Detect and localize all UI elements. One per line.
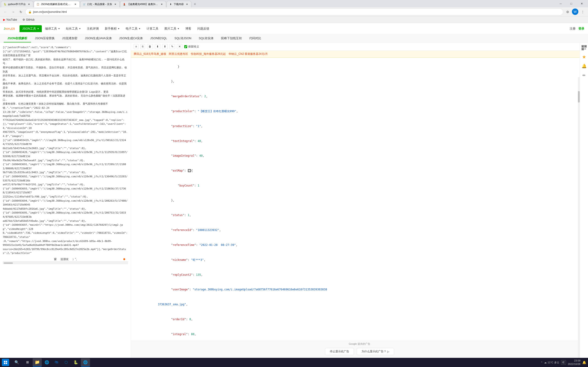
- site-logo[interactable]: J son . cn: [4, 27, 15, 31]
- tab-close-dior[interactable]: ✕: [160, 2, 164, 6]
- nav-electronic-tools[interactable]: 电子工具 ▼: [123, 25, 143, 32]
- json-line-productsize: "productSize": "1",: [135, 119, 294, 134]
- json-line-2: },: [135, 74, 294, 89]
- bookmark-youtube[interactable]: ▶ YouTube: [2, 18, 18, 22]
- nav-image-label: 图片工具: [164, 27, 176, 31]
- tab-json[interactable]: 📋 JSON在线解析及格式化验证 - JS... ✕: [34, 1, 80, 7]
- sec-nav-js-obfuscate[interactable]: JS混淆加密: [58, 34, 81, 42]
- nav-blog[interactable]: 博客: [183, 25, 194, 32]
- nav-feedback[interactable]: 问题反馈: [195, 25, 212, 32]
- toolbar-download-btn[interactable]: ⬇: [155, 44, 160, 49]
- ad-aliyun[interactable]: 阿里云优惠专区: [169, 52, 188, 56]
- tab-close-python[interactable]: ✕: [27, 2, 31, 6]
- toolbar-copy-btn[interactable]: ⎘: [140, 44, 145, 49]
- sec-nav-json-csharp[interactable]: JSON生成C#实体: [115, 34, 147, 42]
- nav-beginner-tutorials[interactable]: 新手教程 ▼: [102, 25, 122, 32]
- ad-huanayun[interactable]: 华纳云_CN2 香港服务器24元/月: [229, 52, 268, 56]
- lock-icon: 🔒: [28, 10, 32, 14]
- nav-json-tools[interactable]: JSON工具 ▼: [19, 25, 42, 32]
- sec-nav-json-sql[interactable]: JSON转SQL: [147, 34, 171, 42]
- site-header: J son . cn JSON工具 ▼ 编译工具 ▼ 站长工具 ▼: [0, 23, 294, 34]
- sec-nav-sql-json[interactable]: SQL转JSON: [171, 34, 195, 42]
- nav-image-tools[interactable]: 图片工具 ▼: [162, 25, 182, 32]
- tab-favicon-jd-search: 🛒: [83, 3, 86, 6]
- back-button[interactable]: ←: [2, 8, 9, 15]
- left-json-content[interactable]: [{"jwotestProduct":null,"score":0,"comme…: [3, 45, 128, 184]
- sec-nav-code-diff[interactable]: 代码对比: [246, 34, 265, 42]
- nav-host-label: 主机评测: [87, 27, 99, 31]
- sec-nav-json-java[interactable]: JSON生成JAVA实体: [81, 34, 115, 42]
- tabs-container: 🐍 python学习平台 ✕ 📋 JSON在线解析及格式化验证 - JS... …: [1, 0, 294, 7]
- nav-beginner-dropdown: ▼: [118, 27, 120, 30]
- refresh-button[interactable]: ↻: [17, 8, 24, 15]
- content-area: J son . cn JSON工具 ▼ 编译工具 ▼ 站长工具 ▼: [0, 23, 294, 184]
- youtube-icon: ▶: [3, 18, 5, 21]
- logo-cn: cn: [11, 27, 15, 31]
- ad-tencent[interactable]: 腾讯云_618元早鸟券_速领: [134, 52, 166, 56]
- json-line-productcolor: "productColor": "【断货王】传奇红唇曙光999",: [135, 104, 294, 119]
- main-layout: [{"jwotestProduct":null,"score":0,"comme…: [0, 43, 294, 184]
- toolbar-format-btn[interactable]: ≡: [134, 44, 138, 49]
- json-toolbar: ≡ ⎘ 🗑 ⬇ ⬆ ✎ ✕ 保留转义: [131, 43, 294, 51]
- address-bar[interactable]: 🔒 json.cn/json/jsononline.html: [25, 8, 294, 15]
- sec-nav-camel-case[interactable]: 驼峰下划线互转: [217, 34, 246, 42]
- ad-hengchuang[interactable]: 恒创科技_海外服务器26元起: [191, 52, 226, 56]
- nav-menu: JSON工具 ▼ 编译工具 ▼ 站长工具 ▼ 主机评测 新手教程 ▼: [19, 25, 212, 32]
- nav-webmaster-label: 站长工具: [66, 27, 78, 31]
- preserve-escape-label: 保留转义: [188, 45, 199, 49]
- tab-jd-search[interactable]: 🛒 口红 - 商品搜索 - 京东 ✕: [80, 1, 120, 7]
- toolbar-edit-btn[interactable]: ✎: [170, 44, 175, 49]
- new-tab-button[interactable]: +: [192, 1, 198, 7]
- nav-compile-tools[interactable]: 编译工具 ▼: [42, 25, 63, 32]
- browser-window: 🐍 python学习平台 ✕ 📋 JSON在线解析及格式化验证 - JS... …: [0, 0, 294, 184]
- tab-title-dior: 【迪奥曙光#999】迪奥Dior口红...: [127, 2, 158, 6]
- tab-close-download[interactable]: ✕: [185, 2, 189, 6]
- toolbar-upload-btn[interactable]: ⬆: [162, 44, 168, 49]
- nav-webmaster-tools[interactable]: 站长工具 ▼: [63, 25, 84, 32]
- nav-blog-label: 博客: [185, 27, 191, 31]
- nav-calc-label: 计算工具: [147, 27, 158, 31]
- sec-nav-sql-entity[interactable]: SQL转实体: [195, 34, 217, 42]
- nav-image-dropdown: ▼: [177, 27, 179, 30]
- nav-electronic-label: 电子工具: [126, 27, 138, 31]
- tab-close-json[interactable]: ✕: [73, 2, 77, 6]
- sec-nav-json-parse[interactable]: JSON在线解析: [4, 34, 31, 42]
- json-line-merge: "mergeOrderStatus": 2,: [135, 89, 294, 104]
- tab-favicon-json: 📋: [36, 3, 40, 6]
- ad-banner: 腾讯云_618元早鸟券_速领 阿里云优惠专区 恒创科技_海外服务器26元起 华纳…: [131, 51, 294, 58]
- nav-calc-tools[interactable]: 计算工具: [144, 25, 161, 32]
- tab-favicon-dior: 💄: [123, 3, 126, 6]
- json-line-imageintegral: "imageIntegral": 40,: [135, 149, 294, 164]
- nav-feedback-label: 问题反馈: [197, 27, 209, 31]
- tab-title-json: JSON在线解析及格式化验证 - JS...: [41, 2, 72, 6]
- tab-dior[interactable]: 💄 【迪奥曙光#999】迪奥Dior口红... ✕: [120, 1, 166, 7]
- bookmark-github[interactable]: ⚙ GitHub: [21, 18, 36, 22]
- youtube-label: YouTube: [6, 18, 17, 21]
- json-content: } }, "mergeOrderStatus": 2, "productColo…: [131, 58, 294, 184]
- tab-title-jd-search: 口红 - 商品搜索 - 京东: [87, 2, 112, 6]
- tab-title-download: 下载内容: [174, 2, 184, 6]
- tab-title-python: python学习平台: [8, 2, 26, 6]
- nav-compile-label: 编译工具: [45, 27, 57, 31]
- nav-bar: ← → ↻ 🔒 json.cn/json/jsononline.html ⚙ W…: [0, 7, 294, 17]
- secondary-nav: JSON在线解析 JSON压缩替换 JS混淆加密 JSON生成JAVA实体 JS…: [0, 34, 294, 43]
- tab-python[interactable]: 🐍 python学习平台 ✕: [1, 1, 33, 7]
- forward-button[interactable]: →: [10, 8, 17, 15]
- nav-host-review[interactable]: 主机评测: [84, 25, 102, 32]
- tab-favicon-download: ⬇: [169, 3, 172, 6]
- tab-close-jd[interactable]: ✕: [113, 2, 117, 6]
- json-line-extmap: "extMap": 🔲{: [135, 163, 294, 178]
- sec-nav-json-compress[interactable]: JSON压缩替换: [31, 34, 58, 42]
- preserve-escape-input[interactable]: [184, 45, 187, 48]
- bookmarks-bar: ▶ YouTube ⚙ GitHub: [0, 17, 294, 23]
- toolbar-delete-btn[interactable]: 🗑: [147, 44, 153, 49]
- title-bar: 🐍 python学习平台 ✕ 📋 JSON在线解析及格式化验证 - JS... …: [0, 0, 294, 7]
- nav-beginner-label: 新手教程: [105, 27, 117, 31]
- toolbar-close-btn[interactable]: ✕: [177, 44, 182, 49]
- json-line-1: }: [135, 59, 294, 74]
- preserve-escape-checkbox[interactable]: 保留转义: [184, 45, 199, 49]
- github-icon: ⚙: [23, 18, 25, 21]
- right-panel: ≡ ⎘ 🗑 ⬇ ⬆ ✎ ✕ 保留转义 腾讯云_618: [131, 43, 294, 184]
- tab-download[interactable]: ⬇ 下载内容 ✕: [166, 1, 191, 7]
- json-line-textintegral: "textIntegral": 40,: [135, 134, 294, 149]
